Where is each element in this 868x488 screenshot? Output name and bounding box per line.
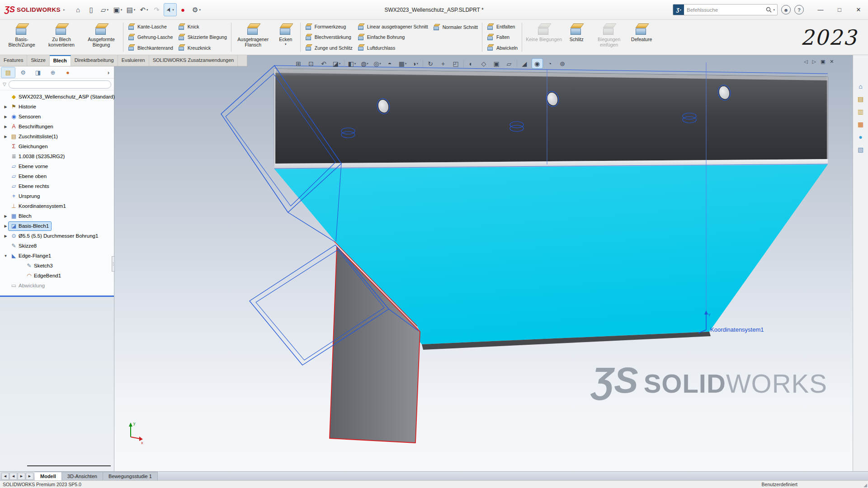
expand-arrow-icon[interactable]: ▶	[3, 214, 9, 218]
tree-item-abwicklung[interactable]: ▭ Abwicklung	[0, 281, 114, 291]
tree-item-ebene-rechts[interactable]: ▱ Ebene rechts	[0, 181, 114, 191]
logo-chevron-icon[interactable]: ▸	[63, 8, 65, 12]
slot-button[interactable]: Schlitz	[564, 20, 589, 54]
headsup-tool[interactable]	[423, 60, 423, 67]
expand-arrow-icon[interactable]: ▶	[3, 125, 9, 129]
search-icon[interactable]	[764, 7, 773, 13]
tree-item-edge-flange1[interactable]: ▼ ◣ Edge-Flange1	[0, 251, 114, 261]
resize-grip-icon[interactable]: ◢	[863, 483, 867, 488]
previous-view-icon[interactable]: ↶	[319, 59, 329, 68]
forming-tool-button[interactable]: Formwerkzeug	[305, 22, 353, 32]
3d-drawing-view-icon[interactable]: ◰	[451, 59, 461, 68]
display-style-icon[interactable]: ◍▾	[359, 59, 370, 68]
tree-item-sketch3[interactable]: ✎ Sketch3	[0, 261, 114, 271]
dropdown-arrow-icon[interactable]: ▾	[285, 42, 287, 46]
help-icon[interactable]: ?	[794, 5, 804, 14]
tree-item-skizze8[interactable]: ✎ Skizze8	[0, 241, 114, 251]
section-view-icon[interactable]: ◪▾	[331, 59, 342, 68]
close-window-icon[interactable]: ✕	[830, 59, 834, 65]
expand-tabs-icon[interactable]: ›	[104, 67, 113, 78]
hem-button[interactable]: Blechkantenrand	[127, 43, 173, 53]
search-input[interactable]	[684, 7, 764, 13]
tree-filter-input[interactable]	[9, 80, 111, 89]
tree-item-blech[interactable]: ▶ ▦ Blech	[0, 211, 114, 221]
fold-button[interactable]: Falten	[486, 32, 518, 42]
tree-item-beschriftungen[interactable]: ▶ A Beschriftungen	[0, 122, 114, 131]
model-tab[interactable]: Modell	[35, 472, 62, 480]
view-palette-icon[interactable]: ▦	[855, 119, 866, 129]
sign-in-icon[interactable]: ☻	[781, 5, 791, 14]
search-scope-icon[interactable]: Ʒ▾	[673, 5, 684, 15]
scroll-first-icon[interactable]: ◀	[1, 473, 9, 480]
insert-bends-button[interactable]: Biegungen einfügen	[589, 20, 629, 54]
settings-gear-icon[interactable]: ⚙▾	[190, 4, 203, 16]
sketched-bend-button[interactable]: Skizzierte Biegung	[178, 32, 227, 42]
tree-item-gleichungen[interactable]: Σ Gleichungen	[0, 141, 114, 151]
base-flange-button[interactable]: Basis-Blech/Zunge	[2, 20, 42, 54]
3d-views-tab[interactable]: 3D-Ansichten	[62, 472, 103, 480]
lofted-bend-button[interactable]: Ausgeformte Biegung	[81, 20, 121, 54]
rotate-view-icon[interactable]: ↻	[425, 59, 436, 68]
select-cursor-icon[interactable]: ➤▾	[164, 4, 176, 16]
displaymanager-tab-icon[interactable]: ●	[61, 67, 75, 78]
tab-skizze[interactable]: Skizze	[27, 55, 49, 66]
headsup-tool[interactable]	[517, 60, 517, 67]
redo-icon[interactable]: ↷	[151, 4, 163, 16]
3dexperience-icon[interactable]: ●	[177, 4, 189, 16]
miter-flange-button[interactable]: Gehrung-Lasche	[127, 32, 173, 42]
search-dropdown-icon[interactable]: ▾	[773, 8, 777, 12]
tree-item-sensoren[interactable]: ▶ ◉ Sensoren	[0, 112, 114, 122]
collapse-right-icon[interactable]: ▷	[812, 59, 816, 65]
hide-show-items-icon[interactable]: ◎▾	[372, 59, 382, 68]
tree-item-root[interactable]: ◆ SWX2023_Wellenschutz_ASP (Standard)	[0, 92, 114, 102]
restore-window-icon[interactable]: ▣	[821, 59, 825, 65]
tab-direktbearbeitung[interactable]: Direktbearbeitung	[71, 55, 118, 66]
no-bends-button[interactable]: Keine Biegungen	[524, 20, 564, 54]
appearances-icon[interactable]: ●	[855, 132, 866, 142]
tab-evaluieren[interactable]: Evaluieren	[118, 55, 149, 66]
command-search[interactable]: Ʒ▾ ▾	[673, 4, 778, 15]
graphics-area[interactable]: Y Koordinatensystem1 y x ⊞ ⊡	[0, 55, 853, 471]
coordinate-system-label[interactable]: Koordinatensystem1	[710, 326, 764, 333]
view-orientation-icon[interactable]: ◧▾	[347, 59, 357, 68]
home-icon[interactable]: ⌂	[72, 4, 85, 16]
cross-break-button[interactable]: Kreuzknick	[178, 43, 227, 53]
unfold-button[interactable]: Entfalten	[486, 22, 518, 32]
tab-and-slot-button[interactable]: Zunge und Schlitz	[305, 43, 353, 53]
undo-icon[interactable]: ↶▾	[138, 4, 150, 16]
dimxpertmanager-tab-icon[interactable]: ⊕	[46, 67, 60, 78]
tree-item-ebene-vorne[interactable]: ▱ Ebene vorne	[0, 161, 114, 171]
camera-icon[interactable]: ▣	[491, 59, 502, 68]
tree-item-ebene-oben[interactable]: ▱ Ebene oben	[0, 171, 114, 181]
filter-funnel-icon[interactable]: ▽	[3, 82, 6, 87]
tab-features[interactable]: Features	[0, 55, 27, 66]
apply-scene-icon[interactable]: ▦▾	[397, 59, 408, 68]
tree-item-basis-blech1[interactable]: ▶ ◪ Basis-Blech1	[0, 221, 114, 231]
view-settings-icon[interactable]: ◑▾	[410, 59, 420, 68]
minimize-button[interactable]: —	[811, 0, 830, 20]
tab-zusatzanwendungen[interactable]: SOLIDWORKS Zusatzanwendungen	[149, 55, 238, 66]
panel-scrollbar[interactable]	[27, 465, 111, 466]
open-icon[interactable]: ▱▾	[99, 4, 111, 16]
simple-hole-button[interactable]: Einfache Bohrung	[357, 32, 428, 42]
defeature-button[interactable]: Defeature	[629, 20, 654, 54]
tree-item-bohrung1[interactable]: ▶ ⊙ Ø5.5 (5.5) Durchmesser Bohrung1	[0, 231, 114, 241]
scroll-next-icon[interactable]: ▶	[18, 473, 25, 480]
headsup-tool[interactable]	[344, 60, 344, 67]
expand-arrow-icon[interactable]: ▶	[3, 135, 9, 139]
tree-item-historie[interactable]: ▶ ⚑ Historie	[0, 102, 114, 112]
instant3d-icon[interactable]: ◢	[519, 59, 530, 68]
options-icon[interactable]: ⊚	[557, 59, 568, 68]
expand-arrow-icon[interactable]: ▶	[3, 115, 9, 119]
featuremanager-tab-icon[interactable]: ▤	[1, 67, 15, 78]
motion-study-tab[interactable]: Bewegungsstudie 1	[103, 472, 158, 480]
custom-properties-icon[interactable]: ▧	[855, 145, 866, 155]
collapse-left-icon[interactable]: ◁	[804, 59, 807, 65]
expand-arrow-icon[interactable]: ▶	[3, 224, 9, 228]
normal-cut-button[interactable]: Normaler Schnitt	[433, 22, 478, 33]
status-units[interactable]: Benutzerdefiniert	[762, 482, 865, 487]
tree-item-ursprung[interactable]: + Ursprung	[0, 191, 114, 201]
zoom-area-icon[interactable]: ⊡	[306, 59, 316, 68]
edit-appearance-icon[interactable]: ◓	[385, 59, 395, 68]
top-flange-face[interactable]	[274, 69, 828, 164]
